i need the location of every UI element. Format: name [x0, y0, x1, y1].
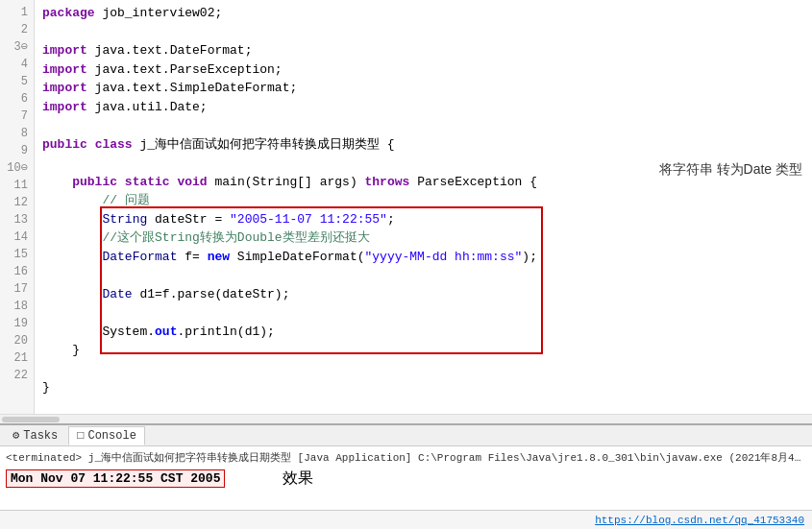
line-number: 5 — [6, 73, 28, 90]
code-line — [42, 360, 804, 379]
token-kw2: new — [208, 248, 230, 267]
line-number: 13 — [6, 211, 28, 228]
line-number: 21 — [6, 349, 28, 367]
code-line: System.out.println(d1); — [42, 323, 804, 342]
output-value: Mon Nov 07 11:22:55 CST 2005 — [6, 469, 225, 488]
code-line — [42, 23, 804, 42]
token-plain: ; — [387, 210, 395, 229]
token-kw: void — [177, 173, 207, 192]
token-plain: ); — [522, 248, 537, 267]
tasks-icon: ⚙ — [12, 428, 19, 443]
horizontal-scrollbar[interactable] — [0, 414, 812, 423]
console-label: Console — [87, 429, 135, 443]
line-number: 19 — [6, 315, 28, 332]
line-number: 3⊖ — [6, 38, 28, 56]
code-line — [42, 397, 804, 415]
token-plain: d1=f.parse(dateStr); — [133, 285, 290, 304]
token-kw: static — [125, 173, 170, 192]
token-plain: ParseException { — [409, 173, 537, 192]
code-container: 123⊖45678910⊖111213141516171819202122 pa… — [0, 0, 812, 414]
tab-tasks[interactable]: ⚙ Tasks — [4, 426, 66, 445]
token-plain — [42, 248, 102, 267]
code-line: import java.util.Date; — [42, 98, 804, 117]
token-kw2: out — [155, 323, 177, 342]
token-plain: .println(d1); — [177, 323, 274, 342]
token-plain: java.util.Date; — [87, 98, 208, 117]
code-line: //这个跟String转换为Double类型差别还挺大 — [42, 228, 804, 248]
token-plain: dateStr = — [147, 210, 230, 229]
code-line — [42, 116, 804, 135]
token-kw: public — [72, 173, 117, 192]
token-plain: } — [42, 341, 80, 360]
code-line: import java.text.DateFormat; — [42, 41, 804, 60]
line-number: 16 — [6, 263, 28, 280]
status-link[interactable]: https://blog.csdn.net/qq_41753340 — [595, 515, 804, 526]
code-line: import java.text.ParseException; — [42, 60, 804, 80]
token-plain — [170, 173, 178, 192]
token-plain — [42, 191, 102, 210]
token-str: "2005-11-07 11:22:55" — [230, 210, 387, 229]
tab-console[interactable]: □ Console — [68, 426, 145, 445]
token-plain — [117, 173, 125, 192]
token-kw: public — [42, 135, 87, 155]
token-type: DateFormat — [102, 248, 177, 267]
code-line: DateFormat f= new SimpleDateFormat("yyyy… — [42, 248, 804, 267]
code-line: // 问题 — [42, 191, 804, 210]
line-number: 7 — [6, 108, 28, 125]
token-kw: package — [42, 4, 95, 23]
token-kw: import — [42, 98, 87, 117]
tab-bar: ⚙ Tasks □ Console — [0, 425, 812, 446]
line-number: 22 — [6, 367, 28, 384]
token-plain — [87, 135, 95, 155]
tasks-label: Tasks — [23, 429, 58, 443]
code-content[interactable]: package job_interview02; import java.tex… — [35, 0, 812, 414]
console-icon: □ — [77, 429, 84, 443]
line-number: 6 — [6, 90, 28, 108]
line-number: 20 — [6, 332, 28, 349]
line-number: 9 — [6, 142, 28, 159]
line-number: 1 — [6, 4, 28, 21]
token-kw: import — [42, 79, 87, 98]
token-plain: job_interview02; — [95, 4, 223, 23]
line-numbers: 123⊖45678910⊖111213141516171819202122 — [0, 0, 35, 414]
token-cmt: //这个跟String转换为Double类型差别还挺大 — [102, 228, 369, 248]
token-kw: class — [95, 135, 133, 155]
token-plain: System. — [42, 323, 155, 342]
token-plain: } — [42, 378, 50, 397]
token-kw: import — [42, 60, 87, 80]
token-plain: main(String[] args) — [208, 173, 365, 192]
effect-label: 效果 — [283, 469, 313, 489]
token-cmt: // 问题 — [102, 191, 149, 210]
code-line: package job_interview02; — [42, 4, 804, 23]
line-number: 11 — [6, 177, 28, 194]
token-type: String — [102, 210, 147, 229]
bottom-status: https://blog.csdn.net/qq_41753340 — [0, 510, 812, 529]
code-line: String dateStr = "2005-11-07 11:22:55"; — [42, 210, 804, 229]
line-number: 18 — [6, 298, 28, 315]
line-number: 8 — [6, 125, 28, 142]
token-plain — [42, 285, 102, 304]
code-line: } — [42, 341, 804, 360]
code-line — [42, 266, 804, 285]
editor-area: 123⊖45678910⊖111213141516171819202122 pa… — [0, 0, 812, 423]
token-plain — [42, 210, 102, 229]
token-type: Date — [102, 285, 132, 304]
token-plain — [42, 228, 102, 248]
token-plain: SimpleDateFormat( — [230, 248, 364, 267]
code-line — [42, 303, 804, 323]
line-number: 17 — [6, 280, 28, 298]
bottom-panel: ⚙ Tasks □ Console <terminated> j_海中信面试如何… — [0, 423, 812, 529]
scroll-thumb[interactable] — [2, 417, 60, 422]
token-plain: java.text.SimpleDateFormat; — [87, 79, 297, 98]
token-plain: f= — [177, 248, 207, 267]
token-plain — [42, 173, 72, 192]
code-line: Date d1=f.parse(dateStr); — [42, 285, 804, 304]
code-line: } — [42, 378, 804, 397]
line-number: 15 — [6, 246, 28, 263]
line-number: 12 — [6, 194, 28, 211]
console-content: <terminated> j_海中信面试如何把字符串转换成日期类型 [Java … — [0, 446, 812, 510]
terminated-line: <terminated> j_海中信面试如何把字符串转换成日期类型 [Java … — [6, 448, 806, 467]
right-annotation: 将字符串 转为Date 类型 — [659, 158, 802, 180]
token-kw: throws — [365, 173, 410, 192]
line-number: 4 — [6, 56, 28, 73]
